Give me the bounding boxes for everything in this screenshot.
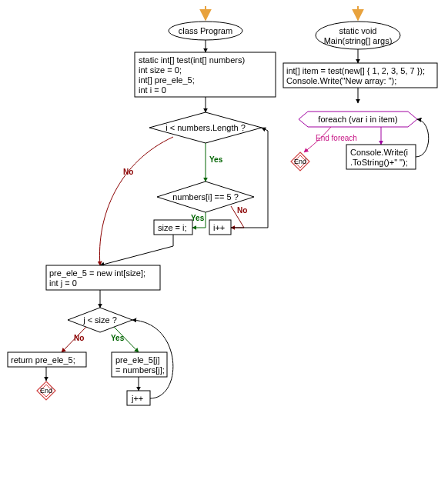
- right-foreach-node: foreach (var i in item): [306, 115, 410, 125]
- right-init-node: int[] item = test(new[] { 1, 2, 3, 5, 7 …: [286, 66, 425, 86]
- right-end-foreach-label: End foreach: [316, 134, 357, 143]
- cond2-no-label: No: [237, 206, 247, 215]
- left-end-node: End: [34, 386, 59, 396]
- cond3-no-label: No: [74, 334, 84, 343]
- left-return-node: return pre_ele_5;: [11, 355, 75, 365]
- cond3-yes-label: Yes: [111, 334, 124, 343]
- left-cond3-node: j < size ?: [74, 315, 126, 325]
- left-j-inc-node: j++: [132, 394, 143, 404]
- cond1-yes-label: Yes: [209, 155, 222, 165]
- left-init-node: static int[] test(int[] numbers) int siz…: [139, 55, 245, 95]
- right-body-node: Console.Write(i .ToString()+" ");: [350, 148, 408, 168]
- cond2-yes-label: Yes: [191, 214, 204, 223]
- left-start-node: class Program: [177, 26, 234, 36]
- left-cond1-node: i < numbers.Length ?: [157, 123, 254, 133]
- cond1-no-label: No: [123, 168, 133, 177]
- left-cond2-node: numbers[i] == 5 ?: [165, 192, 246, 202]
- right-end-node: End: [288, 157, 313, 167]
- left-alloc-node: pre_ele_5 = new int[size]; int j = 0: [49, 268, 145, 288]
- left-size-assign-node: size = i;: [158, 223, 187, 233]
- right-start-node: static void Main(string[] args): [323, 26, 393, 46]
- left-i-inc-node: i++: [213, 223, 225, 233]
- left-assign2-node: pre_ele_5[j] = numbers[j];: [115, 355, 165, 375]
